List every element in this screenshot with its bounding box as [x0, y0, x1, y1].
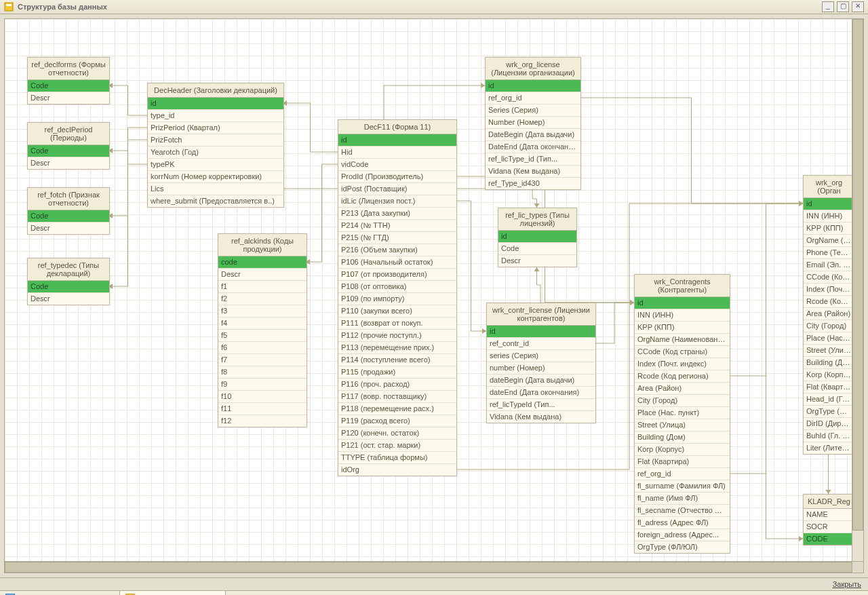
table-column: Place (Нас. пункт) — [635, 407, 730, 419]
table-column: P107 (от производителя) — [338, 269, 456, 281]
maximize-button[interactable]: ▢ — [837, 1, 849, 12]
table-column: ref_contr_id — [487, 338, 595, 350]
table-column: INN (ИНН) — [635, 309, 730, 322]
table-title: ref_declPeriod (Периоды) — [28, 123, 109, 145]
table-column: Descr — [218, 269, 307, 281]
table-column: Phone (Телефо — [804, 247, 854, 259]
close-link[interactable]: Закрыть — [833, 580, 861, 588]
table-column: idPost (Поставщик) — [338, 183, 456, 195]
table-column: f6 — [218, 342, 307, 354]
table-column: Series (Серия) — [486, 104, 580, 117]
status-bar: Закрыть — [0, 577, 868, 590]
table-column: BuhId (Гл. бухга — [804, 430, 854, 442]
close-window-button[interactable]: ✕ — [852, 1, 864, 12]
table-column: id — [498, 231, 576, 243]
table-title: DecHeader (Заголовки деклараций) — [148, 83, 283, 98]
db-table-wrk_contr_license[interactable]: wrk_contr_license (Лицензии контрагентов… — [486, 303, 596, 423]
table-column: Korp (Корпус) — [804, 369, 854, 381]
tab-structure[interactable]: Структура базы данных — [120, 591, 226, 595]
table-column: Vidana (Кем выдана) — [487, 411, 595, 423]
table-column: Descr — [28, 92, 109, 104]
table-column: Flat (Квартира) — [635, 456, 730, 468]
tab-bar: Выгрузка в Декларант-Алко Структура базы… — [0, 590, 868, 595]
table-column: Code — [28, 281, 109, 293]
db-table-ref_declforms[interactable]: ref_declforms (Формы отчетности)CodeDesc… — [27, 57, 110, 104]
table-column: Descr — [28, 157, 109, 169]
table-column: Head_id (Голов — [804, 394, 854, 406]
table-column: P216 (Объем закупки) — [338, 244, 456, 256]
table-column: Vidana (Кем выдана) — [486, 166, 580, 178]
table-column: P109 (по импорту) — [338, 293, 456, 305]
db-table-ref_lic_types[interactable]: ref_lic_types (Типы лицензий)idCodeDescr — [498, 208, 577, 267]
table-column: ref_licTypeId (Тип... — [487, 399, 595, 411]
title-bar: Структура базы данных _ ▢ ✕ — [0, 0, 868, 14]
table-column: idOrg — [338, 464, 456, 476]
table-column: OrgName (Наименование) — [635, 334, 730, 346]
table-column: idLic (Лицензия пост.) — [338, 195, 456, 208]
db-table-wrk_Contragents[interactable]: wrk_Contragents (Контрагенты)idINN (ИНН)… — [634, 274, 730, 554]
table-column: f8 — [218, 366, 307, 379]
table-column: P108 (от оптовика) — [338, 281, 456, 293]
tab-export[interactable]: Выгрузка в Декларант-Алко — [0, 591, 120, 595]
table-column: DateEnd (Дата окончания) — [486, 141, 580, 153]
table-column: CODE — [804, 533, 854, 545]
horizontal-scrollbar[interactable] — [5, 561, 852, 573]
table-column: P213 (Дата закупки) — [338, 208, 456, 220]
table-column: f2 — [218, 293, 307, 305]
table-column: ref_org_id — [486, 92, 580, 104]
table-column: number (Номер) — [487, 362, 595, 375]
table-title: wrk_contr_license (Лицензии контрагентов… — [487, 303, 595, 326]
table-column: ProdId (Производитель) — [338, 171, 456, 183]
db-table-ref_fotch[interactable]: ref_fotch (Признак отчетности)CodeDescr — [27, 187, 110, 235]
table-column: Korp (Корпус) — [635, 444, 730, 456]
table-column: P215 (№ ГТД) — [338, 232, 456, 244]
db-table-ref_alckinds[interactable]: ref_alckinds (Коды продукции)codeDescrf1… — [218, 233, 307, 427]
table-column: Descr — [28, 293, 109, 305]
svg-rect-0 — [5, 3, 13, 11]
table-column: PrizPeriod (Квартал) — [148, 122, 283, 134]
table-title: wrk_org (Орган — [804, 176, 854, 198]
window-title: Структура базы данных — [18, 0, 107, 14]
app-icon — [4, 2, 14, 12]
table-column: dateBegin (Дата выдачи) — [487, 375, 595, 387]
table-column: City (Город) — [635, 395, 730, 407]
table-column: INN (ИНН) — [804, 210, 854, 223]
db-table-ref_typedec[interactable]: ref_typedec (Типы деклараций)CodeDescr — [27, 258, 110, 305]
diagram-viewport: ref_declforms (Формы отчетности)CodeDesc… — [4, 18, 864, 573]
table-column: Street (Улица) — [804, 345, 854, 357]
table-title: DecF11 (Форма 11) — [338, 120, 456, 134]
db-table-DecHeader[interactable]: DecHeader (Заголовки деклараций)idtype_i… — [147, 83, 284, 208]
db-table-wrk_org[interactable]: wrk_org (ОрганidINN (ИНН)KPP (КПП)OrgNam… — [803, 175, 855, 455]
table-column: P113 (перемещение прих.) — [338, 342, 456, 354]
table-column: Rcode (Код региона) — [635, 370, 730, 383]
table-column: id — [486, 80, 580, 92]
table-column: Yearotch (Год) — [148, 147, 283, 159]
table-column: DateBegin (Дата выдачи) — [486, 129, 580, 141]
table-column: Building (Дом) — [804, 357, 854, 369]
table-column: OrgType (Физ./ — [804, 406, 854, 418]
db-table-KLADR_Reg[interactable]: KLADR_RegNAMESOCRCODE — [803, 494, 855, 545]
db-table-wrk_org_license[interactable]: wrk_org_license (Лицензии организации)id… — [485, 57, 581, 190]
table-column: P121 (ост. стар. марки) — [338, 440, 456, 452]
table-column: P118 (перемещение расх.) — [338, 403, 456, 415]
table-column: Index (Почт. индекс) — [635, 358, 730, 370]
table-column: Place (Нас. пун — [804, 332, 854, 345]
vertical-scrollbar[interactable] — [852, 19, 863, 562]
table-column: fl_name (Имя ФЛ) — [635, 493, 730, 505]
table-column: typePK — [148, 159, 283, 171]
table-column: fl_surname (Фамилия ФЛ) — [635, 480, 730, 493]
table-column: fl_secname (Отчество ФЛ) — [635, 505, 730, 517]
table-title: wrk_Contragents (Контрагенты) — [635, 275, 730, 297]
db-table-ref_declPeriod[interactable]: ref_declPeriod (Периоды)CodeDescr — [27, 122, 110, 170]
minimize-button[interactable]: _ — [822, 1, 834, 12]
table-column: ref_Type_id430 — [486, 178, 580, 189]
table-column: CCode (Код стр — [804, 271, 854, 284]
table-column: id — [487, 326, 595, 338]
db-table-DecF11[interactable]: DecF11 (Форма 11)idHidvidCodeProdId (Про… — [338, 119, 457, 476]
table-column: TTYPE (таблица формы) — [338, 452, 456, 464]
table-column: P119 (расход всего) — [338, 415, 456, 427]
diagram-canvas[interactable]: ref_declforms (Формы отчетности)CodeDesc… — [5, 19, 854, 562]
table-column: Code — [28, 145, 109, 157]
table-column: P110 (закупки всего) — [338, 305, 456, 318]
table-column: P120 (конечн. остаток) — [338, 427, 456, 440]
